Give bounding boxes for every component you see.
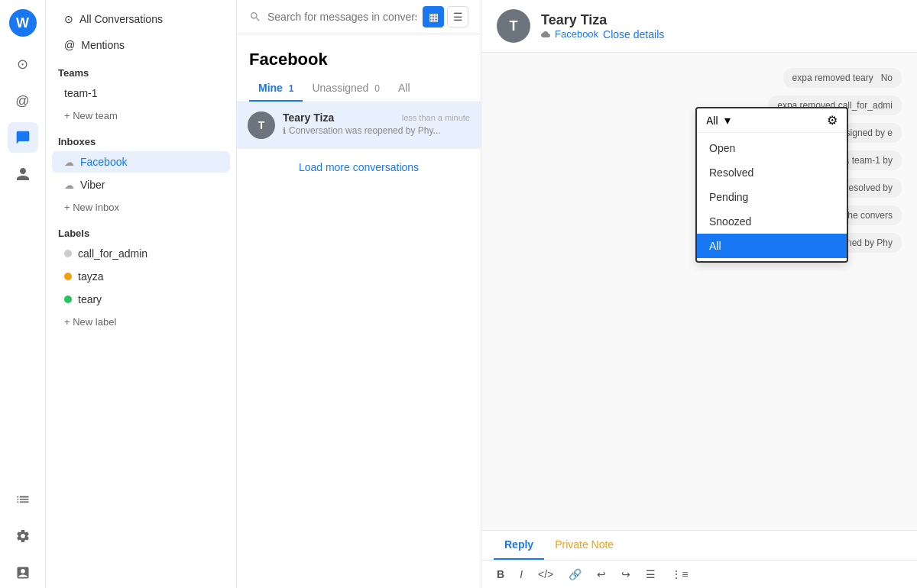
tab-all[interactable]: All <box>389 76 420 102</box>
tab-all-label: All <box>398 82 410 94</box>
conv-info: Teary Tiza less than a minute ℹ Conversa… <box>283 111 470 136</box>
tab-mine-count: 1 <box>289 83 294 94</box>
code-button[interactable]: </> <box>535 567 556 582</box>
team-1-label: team-1 <box>64 87 98 99</box>
sidebar-item-team-1[interactable]: team-1 <box>52 82 230 104</box>
bold-button[interactable]: B <box>494 567 507 582</box>
facebook-inbox-label: Facebook <box>80 156 127 168</box>
conversation-item[interactable]: T Teary Tiza less than a minute ℹ Conver… <box>237 102 481 149</box>
reply-tab-reply[interactable]: Reply <box>494 531 544 560</box>
call-for-admin-dot <box>64 250 72 257</box>
filter-chevron-icon: ▾ <box>724 113 731 128</box>
info-icon: ℹ <box>283 126 286 136</box>
filter-option-snoozed[interactable]: Snoozed <box>697 209 847 234</box>
conversation-icon[interactable] <box>8 122 38 153</box>
sidebar-item-all-conversations[interactable]: ⊙ All Conversations <box>52 7 230 31</box>
home-icon[interactable]: ⊙ <box>8 49 38 79</box>
new-inbox-button[interactable]: + New inbox <box>52 197 230 218</box>
platform-link[interactable]: Facebook <box>555 28 598 40</box>
dropdown-options: Open Resolved Pending Snoozed All <box>697 133 847 261</box>
icon-bar: W ⊙ @ <box>0 0 46 588</box>
list-view-button[interactable]: ☰ <box>447 6 468 27</box>
reply-area: Reply Private Note B I </> 🔗 ↩ ↪ ☰ ⋮≡ <box>481 530 917 588</box>
new-team-label: + New team <box>64 110 118 121</box>
sidebar-item-facebook[interactable]: ☁ Facebook <box>52 151 230 173</box>
redo-button[interactable]: ↪ <box>618 567 633 582</box>
viber-inbox-icon: ☁ <box>64 179 74 191</box>
sidebar-item-label-call-for-admin[interactable]: call_for_admin <box>52 243 230 264</box>
conv-list-title: Facebook <box>249 44 468 76</box>
facebook-inbox-icon: ☁ <box>64 157 74 168</box>
new-inbox-label: + New inbox <box>64 202 119 213</box>
mentions-icon: @ <box>64 39 75 51</box>
teams-group-title: Teams <box>46 58 236 82</box>
settings-icon[interactable] <box>8 521 38 551</box>
new-label-label: + New label <box>64 316 116 328</box>
grid-view-button[interactable]: ▦ <box>423 6 444 27</box>
conv-snippet: ℹ Conversation was reopened by Phy... <box>283 125 470 136</box>
undo-button[interactable]: ↩ <box>594 567 609 582</box>
reply-toolbar: B I </> 🔗 ↩ ↪ ☰ ⋮≡ <box>481 561 917 588</box>
filter-option-all[interactable]: All <box>697 234 847 258</box>
filter-option-open[interactable]: Open <box>697 136 847 160</box>
filter-dropdown-popup: All ▾ ⚙ Open Resolved Pending Snoozed Al… <box>695 107 848 263</box>
tayza-label: tayza <box>78 270 103 283</box>
filter-select[interactable]: All <box>706 115 718 127</box>
conv-tabs-row: Mine 1 Unassigned 0 All <box>249 76 468 102</box>
tab-unassigned-label: Unassigned <box>312 82 368 94</box>
tab-unassigned[interactable]: Unassigned 0 <box>303 76 389 102</box>
chat-header-info: Teary Tiza Facebook Close details <box>541 12 902 40</box>
search-bar: ▦ ☰ <box>237 0 481 34</box>
link-button[interactable]: 🔗 <box>565 567 585 582</box>
sidebar-item-viber[interactable]: ☁ Viber <box>52 174 230 195</box>
all-conversations-label: All Conversations <box>79 13 163 25</box>
sidebar-item-label-teary[interactable]: teary <box>52 289 230 310</box>
ordered-list-button[interactable]: ⋮≡ <box>668 567 691 582</box>
list-button[interactable]: ☰ <box>643 567 659 582</box>
chat-header: T Teary Tiza Facebook Close details <box>481 0 917 53</box>
filter-option-pending[interactable]: Pending <box>697 185 847 209</box>
sidebar: ⊙ All Conversations @ Mentions Teams tea… <box>46 0 237 588</box>
conversation-list: ▦ ☰ Facebook Mine 1 Unassigned 0 All T T… <box>237 0 481 588</box>
app-logo: W <box>9 9 37 37</box>
campaigns-icon[interactable] <box>8 557 38 588</box>
search-icon <box>249 11 261 23</box>
close-details-button[interactable]: Close details <box>603 28 664 40</box>
reply-tab-private-note[interactable]: Private Note <box>544 531 624 560</box>
mention-icon[interactable]: @ <box>8 86 38 116</box>
tayza-dot <box>64 273 72 280</box>
chat-area: T Teary Tiza Facebook Close details expa… <box>481 0 917 588</box>
italic-button[interactable]: I <box>517 567 526 582</box>
sidebar-item-label-tayza[interactable]: tayza <box>52 266 230 287</box>
tab-mine-label: Mine <box>258 82 283 94</box>
chat-contact-name: Teary Tiza <box>541 12 902 28</box>
new-team-button[interactable]: + New team <box>52 105 230 126</box>
viber-inbox-label: Viber <box>80 179 105 191</box>
search-input[interactable] <box>267 11 416 23</box>
load-more-button[interactable]: Load more conversations <box>237 149 481 186</box>
avatar: T <box>248 111 275 139</box>
tab-mine[interactable]: Mine 1 <box>249 76 303 102</box>
view-toggle: ▦ ☰ <box>423 6 468 27</box>
labels-group-title: Labels <box>46 218 236 242</box>
conv-list-header: Facebook Mine 1 Unassigned 0 All <box>237 34 481 102</box>
conv-name: Teary Tiza <box>283 111 334 124</box>
inboxes-group-title: Inboxes <box>46 127 236 150</box>
dropdown-header: All ▾ ⚙ <box>697 108 847 133</box>
conv-time: less than a minute <box>402 113 470 122</box>
chat-header-sub: Facebook Close details <box>541 28 902 40</box>
contacts-icon[interactable] <box>8 159 38 189</box>
new-label-button[interactable]: + New label <box>52 312 230 332</box>
reply-tabs: Reply Private Note <box>481 531 917 561</box>
mentions-label: Mentions <box>81 39 125 51</box>
filter-options-icon[interactable]: ⚙ <box>827 113 838 128</box>
snippet-text: Conversation was reopened by Phy... <box>289 125 441 136</box>
sidebar-item-mentions[interactable]: @ Mentions <box>52 33 230 57</box>
teary-dot <box>64 296 72 303</box>
cloud-icon <box>541 30 550 39</box>
teary-label: teary <box>78 293 102 305</box>
call-for-admin-label: call_for_admin <box>78 247 147 260</box>
chat-header-avatar: T <box>497 9 530 43</box>
reports-icon[interactable] <box>8 484 38 515</box>
filter-option-resolved[interactable]: Resolved <box>697 160 847 185</box>
